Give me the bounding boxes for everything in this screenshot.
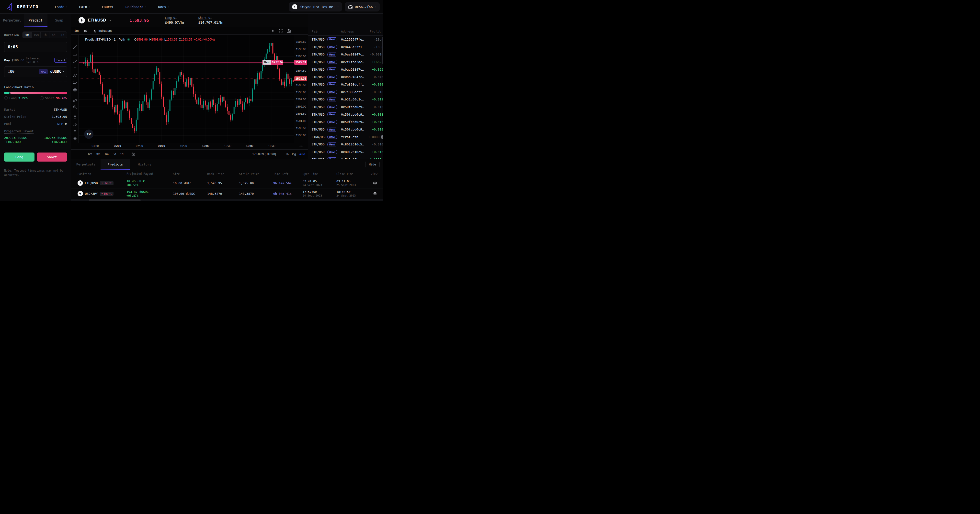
xabcd-pattern-icon[interactable] bbox=[72, 73, 78, 78]
nav-item-trade[interactable]: Trade▾ bbox=[49, 3, 72, 11]
watchlist-address[interactable]: 0x7e898dcff… bbox=[341, 82, 364, 86]
chart-settings-icon[interactable] bbox=[271, 29, 275, 33]
wallet-button[interactable]: 0x56…7f6A ▾ bbox=[345, 2, 380, 11]
watchlist-row[interactable]: ETH/USDNew!0x8012616c5…-0.0100◆ bbox=[308, 141, 383, 148]
watchlist-row[interactable]: LINK/USDNew!ferat.eth-1.0000◆ bbox=[308, 133, 383, 141]
brush-icon[interactable] bbox=[72, 59, 78, 64]
watchlist-row[interactable]: ETH/USDNew!0x50fcbd0c9…-0.0100◆ bbox=[308, 103, 383, 111]
network-selector[interactable]: zkSync Era Testnet ▾ bbox=[289, 2, 342, 11]
go-to-date-icon[interactable] bbox=[131, 152, 135, 156]
range-1d-button[interactable]: 1d bbox=[119, 152, 124, 157]
market-pair[interactable]: ETH/USD bbox=[88, 18, 106, 23]
range-3m-button[interactable]: 3m bbox=[95, 152, 102, 157]
position-row[interactable]: ¥USD/JPY▼Short193.87 dUSDC+93.87%100.00 … bbox=[71, 189, 383, 199]
max-button[interactable]: MAX bbox=[39, 69, 48, 74]
chart-plot-area[interactable]: Predict:ETH/USD · 1 · Pyth O1593.96 H159… bbox=[79, 35, 294, 143]
emoji-icon[interactable] bbox=[72, 87, 78, 93]
time-axis[interactable]: 04:3006:0007:3009:0010:3012:0013:3015:00… bbox=[71, 143, 308, 149]
tab-history[interactable]: History bbox=[130, 159, 159, 170]
fullscreen-icon[interactable] bbox=[279, 29, 283, 33]
nav-item-faucet[interactable]: Faucet bbox=[97, 3, 119, 11]
text-icon[interactable]: T bbox=[72, 65, 78, 71]
draw-lock-icon[interactable] bbox=[72, 121, 78, 127]
range-1m-button[interactable]: 1m bbox=[103, 152, 110, 157]
position-row[interactable]: ETH/USD▼Short18.45 dBTC+84.51%10.00 dBTC… bbox=[71, 178, 383, 189]
nav-item-dashboard[interactable]: Dashboard▾ bbox=[121, 3, 151, 11]
tab-perpetuals[interactable]: Perpetuals bbox=[71, 159, 100, 170]
magnet-icon[interactable] bbox=[72, 114, 78, 120]
watchlist-address[interactable]: 0x50fcbd0c9… bbox=[341, 105, 364, 109]
lock-all-icon[interactable] bbox=[72, 128, 78, 135]
nav-item-earn[interactable]: Earn▾ bbox=[74, 3, 95, 11]
watchlist-address[interactable]: 0x50fcbd0c9… bbox=[341, 113, 364, 116]
watchlist-address[interactable]: 0x8012616c5… bbox=[341, 150, 364, 154]
countdown-timer[interactable]: 0:05 bbox=[4, 42, 67, 52]
trend-line-icon[interactable] bbox=[72, 44, 78, 50]
watchlist-row[interactable]: ETH/USDNew!0x8012616c5…+0.0105◆ bbox=[308, 148, 383, 156]
ruler-icon[interactable] bbox=[72, 97, 78, 103]
horizontal-scrollbar[interactable] bbox=[71, 199, 383, 201]
watchlist-row[interactable]: ETH/USDNew!0x7e898dcff…+0.0008◆ bbox=[308, 81, 383, 88]
candle-style-button[interactable] bbox=[84, 29, 88, 33]
watchlist-row[interactable]: ETH/USDNew!0x50fcbd0c9…+0.0107◆ bbox=[308, 125, 383, 133]
tab-swap[interactable]: Swap bbox=[48, 14, 71, 27]
watchlist-address[interactable]: 0x1295947fe… bbox=[341, 38, 364, 41]
tab-perpetual[interactable]: Perpetual bbox=[0, 14, 24, 27]
watchlist-address[interactable]: 0x8445a33f1… bbox=[341, 45, 364, 49]
watchlist-address[interactable]: ferat.eth bbox=[341, 135, 358, 139]
faucet-button[interactable]: Faucet bbox=[54, 58, 67, 63]
tab-predict[interactable]: Predict bbox=[24, 14, 47, 27]
watchlist-address[interactable]: 0x0aa91847c… bbox=[341, 75, 364, 79]
screenshot-camera-icon[interactable] bbox=[287, 29, 291, 33]
watchlist-address[interactable]: 0x50fcbd0c9… bbox=[341, 120, 364, 124]
watchlist-row[interactable]: ETH/USDNew!0x50fcbd0c9…+0.0084◆ bbox=[308, 111, 383, 118]
price-axis[interactable]: 1596.501596.001595.501595.001594.501594.… bbox=[294, 35, 308, 143]
watchlist-row[interactable]: ETH/USDNew!0x8445a33f1…-10.00$ bbox=[308, 43, 383, 51]
long-short-position-icon[interactable] bbox=[72, 80, 78, 86]
watchlist-row[interactable]: ETH/USDNew!0x0aa91847c…+0.0331◆ bbox=[308, 66, 383, 73]
watchlist-row[interactable]: ETH/USDNew!0x7e898dcff…-0.0100◆ bbox=[308, 88, 383, 96]
token-selector[interactable]: dUSDC ▾ bbox=[50, 70, 64, 74]
watchlist-address[interactable]: 0xb31c60c1c… bbox=[341, 98, 364, 101]
watchlist-row[interactable]: ETH/USDNew!0x7b1cf9b…+0.0107◆ bbox=[308, 156, 383, 159]
timezone-clock-icon[interactable] bbox=[299, 144, 303, 148]
log-scale-button[interactable]: log bbox=[292, 152, 296, 156]
auto-scale-button[interactable]: auto bbox=[299, 152, 305, 156]
hide-button[interactable]: Hide bbox=[365, 161, 380, 168]
interval-button[interactable]: 1m bbox=[74, 29, 78, 33]
tradingview-logo[interactable]: TV bbox=[84, 130, 94, 139]
view-eye-icon[interactable] bbox=[371, 181, 383, 185]
duration-1d[interactable]: 1d bbox=[58, 32, 67, 38]
watchlist-address[interactable]: 0x50fcbd0c9… bbox=[341, 128, 364, 131]
range-5d-button[interactable]: 5d bbox=[111, 152, 117, 157]
duration-1h[interactable]: 1h bbox=[40, 32, 49, 38]
clock-utc[interactable]: 17:58:09 (UTC+8) bbox=[253, 152, 276, 156]
view-eye-icon[interactable] bbox=[371, 192, 383, 195]
range-6m-button[interactable]: 6m bbox=[87, 152, 94, 157]
crosshair-icon[interactable] bbox=[72, 37, 78, 43]
duration-4h[interactable]: 4h bbox=[49, 32, 58, 38]
watchlist-row[interactable]: ETH/USDNew!0x50fcbd0c9…+0.0107◆ bbox=[308, 118, 383, 126]
percent-scale-button[interactable]: % bbox=[286, 152, 289, 156]
amount-input[interactable]: 100 bbox=[8, 70, 37, 74]
duration-5m[interactable]: 5m bbox=[23, 32, 32, 38]
watchlist-row[interactable]: ETH/USDNew!0x1295947fe…-10.00T bbox=[308, 36, 383, 43]
tab-predicts[interactable]: Predicts bbox=[100, 159, 130, 170]
watchlist-scrollbar[interactable] bbox=[382, 37, 383, 64]
watchlist-row[interactable]: ETH/USDNew!0xb31c60c1c…+0.0199◆ bbox=[308, 96, 383, 103]
watchlist-row[interactable]: ETH/USDNew!0x0aa91847c…-0.00100B bbox=[308, 51, 383, 58]
hide-drawings-icon[interactable] bbox=[72, 136, 78, 141]
chevron-down-icon[interactable]: ▼ bbox=[110, 19, 111, 22]
fib-retracement-icon[interactable] bbox=[72, 51, 78, 57]
watchlist-address[interactable]: 0x0aa91847c… bbox=[341, 52, 364, 56]
watchlist-address[interactable]: 0x2f1fbd2ac… bbox=[341, 60, 364, 64]
watchlist-address[interactable]: 0x8012616c5… bbox=[341, 143, 364, 146]
long-button[interactable]: Long bbox=[4, 152, 35, 162]
watchlist-row[interactable]: ETH/USDNew!0x0aa91847c…-0.0400◆ bbox=[308, 73, 383, 81]
watchlist-address[interactable]: 0x7e898dcff… bbox=[341, 90, 364, 94]
watchlist-row[interactable]: ETH/USDNew!0x2f1fbd2ac…+165.29T bbox=[308, 58, 383, 66]
zoom-in-icon[interactable] bbox=[72, 104, 78, 110]
watchlist-address[interactable]: 0x0aa91847c… bbox=[341, 68, 364, 71]
indicators-button[interactable]: Indicators bbox=[93, 29, 111, 33]
scrollbar-thumb[interactable] bbox=[89, 200, 141, 201]
